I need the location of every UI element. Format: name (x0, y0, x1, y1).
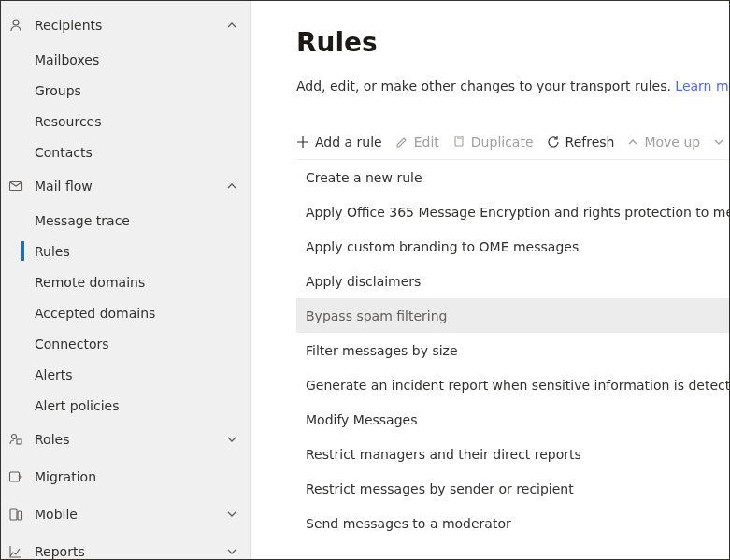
dropdown-item[interactable]: Generate an incident report when sensiti… (296, 367, 729, 402)
toolbar: Add a rule Edit Duplicate Refresh Move u… (296, 135, 729, 159)
sidebar-item-label: Contacts (35, 145, 93, 160)
sidebar-item-remote-domains[interactable]: Remote domains (1, 266, 250, 297)
chevron-down-icon (226, 546, 237, 557)
dropdown-item-label: Restrict managers and their direct repor… (306, 447, 581, 462)
learn-more-link[interactable]: Learn more about (675, 79, 729, 93)
dropdown-item-label: Apply custom branding to OME messages (306, 239, 579, 254)
sidebar-item-alert-policies[interactable]: Alert policies (1, 390, 250, 421)
dropdown-item-label: Generate an incident report when sensiti… (306, 378, 729, 393)
sidebar-item-label: Accepted domains (35, 306, 155, 321)
movedown-button[interactable] (713, 136, 724, 148)
page-description: Add, edit, or make other changes to your… (296, 79, 729, 93)
add-rule-dropdown: Create a new ruleApply Office 365 Messag… (296, 159, 729, 540)
sidebar-item-label: Recipients (35, 18, 226, 33)
roles-icon (8, 432, 23, 447)
sidebar-item-alerts[interactable]: Alerts (1, 359, 250, 390)
sidebar-item-groups[interactable]: Groups (1, 75, 250, 106)
sidebar-item-label: Alert policies (35, 398, 120, 413)
dropdown-item[interactable]: Apply custom branding to OME messages (296, 229, 729, 264)
refresh-icon (547, 136, 560, 149)
dropdown-item-label: Filter messages by size (306, 343, 458, 358)
desc-text: Add, edit, or make other changes to your… (296, 79, 675, 93)
migration-icon (8, 469, 23, 484)
sidebar-item-label: Connectors (35, 337, 109, 352)
duplicate-label: Duplicate (471, 135, 534, 150)
svg-point-0 (13, 20, 19, 25)
reports-icon (8, 544, 23, 559)
sidebar-item-label: Mobile (35, 507, 226, 522)
pencil-icon (395, 136, 408, 149)
dropdown-item[interactable]: Apply Office 365 Message Encryption and … (296, 194, 729, 229)
dropdown-item-label: Modify Messages (306, 412, 418, 427)
mobile-icon (8, 507, 23, 522)
refresh-button[interactable]: Refresh (547, 135, 615, 150)
chevron-up-icon (226, 20, 237, 31)
mail-icon (8, 179, 23, 194)
svg-rect-6 (18, 511, 22, 520)
edit-label: Edit (414, 135, 439, 150)
refresh-label: Refresh (565, 135, 615, 150)
sidebar-item-resources[interactable]: Resources (1, 106, 250, 136)
sidebar-item-reports[interactable]: Reports (1, 533, 250, 559)
dropdown-item-label: Restrict messages by sender or recipient (306, 481, 574, 496)
sidebar-item-label: Mailboxes (35, 52, 99, 67)
sidebar-item-label: Groups (35, 83, 81, 98)
sidebar-item-label: Alerts (35, 367, 73, 382)
sidebar-item-mail-flow[interactable]: Mail flow (1, 167, 250, 205)
chevron-down-icon (713, 136, 724, 148)
plus-icon (296, 136, 309, 149)
svg-point-2 (12, 435, 17, 439)
sidebar: RecipientsMailboxesGroupsResourcesContac… (1, 1, 251, 559)
person-icon (8, 18, 23, 33)
chevron-up-icon (226, 180, 237, 192)
dropdown-item[interactable]: Restrict messages by sender or recipient (296, 471, 729, 506)
moveup-button[interactable]: Move up (627, 135, 700, 150)
chevron-up-icon (627, 136, 638, 148)
sidebar-item-label: Rules (35, 244, 70, 259)
sidebar-item-label: Mail flow (35, 179, 226, 194)
sidebar-item-message-trace[interactable]: Message trace (1, 205, 250, 236)
sidebar-item-label: Roles (35, 432, 226, 447)
sidebar-item-rules[interactable]: Rules (1, 236, 250, 266)
moveup-label: Move up (644, 135, 700, 150)
dropdown-item-label: Apply Office 365 Message Encryption and … (306, 205, 729, 220)
dropdown-item[interactable]: Send messages to a moderator (296, 506, 729, 540)
duplicate-button[interactable]: Duplicate (452, 135, 534, 150)
sidebar-item-label: Migration (35, 469, 237, 484)
chevron-down-icon (226, 509, 237, 520)
sidebar-item-migration[interactable]: Migration (1, 458, 250, 495)
dropdown-item-label: Bypass spam filtering (306, 309, 447, 323)
sidebar-item-label: Resources (35, 114, 102, 129)
chevron-down-icon (226, 434, 237, 445)
dropdown-item[interactable]: Restrict managers and their direct repor… (296, 437, 729, 471)
copy-icon (452, 136, 465, 149)
dropdown-item-label: Create a new rule (306, 170, 422, 185)
sidebar-item-label: Message trace (35, 213, 130, 228)
dropdown-item[interactable]: Modify Messages (296, 402, 729, 437)
sidebar-item-recipients[interactable]: Recipients (1, 7, 250, 44)
sidebar-item-connectors[interactable]: Connectors (1, 328, 250, 359)
svg-rect-3 (17, 439, 21, 444)
sidebar-item-mobile[interactable]: Mobile (1, 495, 250, 533)
add-rule-label: Add a rule (315, 135, 382, 150)
svg-rect-5 (10, 509, 17, 520)
sidebar-item-label: Remote domains (35, 275, 145, 290)
svg-rect-4 (10, 472, 20, 481)
sidebar-item-accepted-domains[interactable]: Accepted domains (1, 297, 250, 328)
sidebar-item-mailboxes[interactable]: Mailboxes (1, 44, 250, 75)
dropdown-item-label: Send messages to a moderator (306, 516, 511, 531)
page-title: Rules (296, 27, 729, 58)
sidebar-item-roles[interactable]: Roles (1, 421, 250, 458)
dropdown-item[interactable]: Filter messages by size (296, 333, 729, 367)
edit-button[interactable]: Edit (395, 135, 439, 150)
sidebar-item-label: Reports (35, 544, 226, 559)
main-content: Rules Add, edit, or make other changes t… (251, 1, 729, 559)
dropdown-item[interactable]: Apply disclaimers (296, 264, 729, 298)
sidebar-item-contacts[interactable]: Contacts (1, 136, 250, 167)
dropdown-item[interactable]: Bypass spam filtering (296, 298, 729, 333)
dropdown-item[interactable]: Create a new rule (296, 160, 729, 194)
add-rule-button[interactable]: Add a rule (296, 135, 382, 150)
dropdown-item-label: Apply disclaimers (306, 274, 421, 289)
